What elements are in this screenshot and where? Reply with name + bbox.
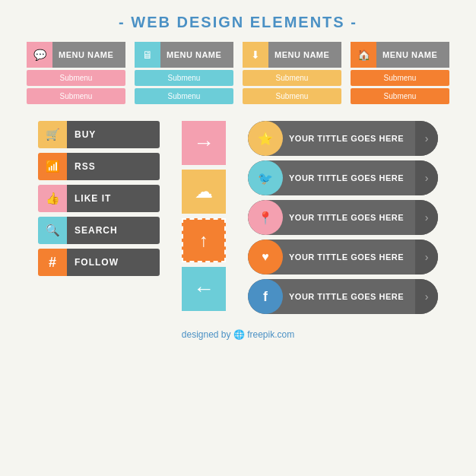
nav-item-4[interactable]: 🏠 MENU NAME Submenu Submenu (351, 42, 449, 104)
cart-icon: 🛒 (38, 121, 67, 148)
title-text-5: YOUR TITTLE GOES HERE (283, 292, 415, 301)
arrow-cloud[interactable]: ☁ (182, 170, 226, 214)
nav-sub-4b[interactable]: Submenu (351, 88, 449, 104)
nav-label-3: MENU NAME (268, 42, 341, 68)
nav-sub-3a[interactable]: Submenu (243, 70, 341, 86)
nav-section: 💬 MENU NAME Submenu Submenu 🖥 MENU NAME … (0, 42, 476, 104)
rss-label: RSS (67, 153, 160, 180)
facebook-icon: f (248, 279, 283, 314)
chevron-icon-5: › (415, 279, 438, 314)
title-btn-4[interactable]: ♥ YOUR TITTLE GOES HERE › (248, 240, 438, 274)
footer-text: designed by (182, 329, 231, 340)
search-label: SEARCH (67, 217, 160, 244)
chevron-icon-3: › (415, 200, 438, 235)
title-btn-2[interactable]: 🐦 YOUR TITTLE GOES HERE › (248, 160, 438, 195)
nav-label-4: MENU NAME (376, 42, 449, 68)
title-btn-1[interactable]: ⭐ YOUR TITTLE GOES HERE › (248, 121, 438, 156)
title-btn-5[interactable]: f YOUR TITTLE GOES HERE › (248, 279, 438, 314)
action-buttons-group: 🛒 BUY 📶 RSS 👍 LIKE IT 🔍 SEARCH # FOLLOW (38, 121, 160, 314)
likeit-button[interactable]: 👍 LIKE IT (38, 185, 160, 212)
footer: designed by 🌐 freepik.com (0, 329, 476, 340)
title-btn-3[interactable]: 📍 YOUR TITTLE GOES HERE › (248, 200, 438, 235)
heart-icon: ♥ (248, 240, 283, 274)
arrow-up[interactable]: ↑ (182, 218, 226, 262)
nav-item-1[interactable]: 💬 MENU NAME Submenu Submenu (27, 42, 125, 104)
footer-brand: 🌐 freepik.com (233, 329, 294, 340)
twitter-icon: 🐦 (248, 160, 283, 195)
nav-sub-1a[interactable]: Submenu (27, 70, 125, 86)
nav-item-2[interactable]: 🖥 MENU NAME Submenu Submenu (135, 42, 233, 104)
nav-icon-4: 🏠 (351, 42, 376, 68)
nav-label-1: MENU NAME (52, 42, 125, 68)
hashtag-icon: # (38, 249, 67, 276)
rss-icon: 📶 (38, 153, 67, 180)
page-title: - WEB DESIGN ELEMENTS - (0, 0, 476, 42)
nav-item-3[interactable]: ⬇ MENU NAME Submenu Submenu (243, 42, 341, 104)
buy-label: BUY (67, 121, 160, 148)
nav-sub-3b[interactable]: Submenu (243, 88, 341, 104)
nav-sub-1b[interactable]: Submenu (27, 88, 125, 104)
buy-button[interactable]: 🛒 BUY (38, 121, 160, 148)
elements-section: 🛒 BUY 📶 RSS 👍 LIKE IT 🔍 SEARCH # FOLLOW … (0, 121, 476, 314)
likeit-label: LIKE IT (67, 185, 160, 212)
title-text-2: YOUR TITTLE GOES HERE (283, 173, 415, 182)
location-icon: 📍 (248, 200, 283, 235)
nav-icon-2: 🖥 (135, 42, 160, 68)
arrow-right[interactable]: → (182, 121, 226, 165)
rss-button[interactable]: 📶 RSS (38, 153, 160, 180)
title-buttons-group: ⭐ YOUR TITTLE GOES HERE › 🐦 YOUR TITTLE … (248, 121, 438, 314)
title-text-4: YOUR TITTLE GOES HERE (283, 252, 415, 262)
nav-label-2: MENU NAME (160, 42, 233, 68)
arrow-left[interactable]: ← (182, 267, 226, 311)
follow-label: FOLLOW (67, 249, 160, 276)
arrows-group: → ☁ ↑ ← (173, 121, 234, 314)
nav-sub-4a[interactable]: Submenu (351, 70, 449, 86)
search-button[interactable]: 🔍 SEARCH (38, 217, 160, 244)
nav-icon-1: 💬 (27, 42, 52, 68)
like-icon: 👍 (38, 185, 67, 212)
title-text-3: YOUR TITTLE GOES HERE (283, 213, 415, 222)
nav-sub-2a[interactable]: Submenu (135, 70, 233, 86)
chevron-icon-2: › (415, 160, 438, 195)
nav-icon-3: ⬇ (243, 42, 268, 68)
title-text-1: YOUR TITTLE GOES HERE (283, 134, 415, 143)
search-icon: 🔍 (38, 217, 67, 244)
chevron-icon-4: › (415, 240, 438, 274)
chevron-icon-1: › (415, 121, 438, 156)
nav-sub-2b[interactable]: Submenu (135, 88, 233, 104)
star-icon: ⭐ (248, 121, 283, 156)
follow-button[interactable]: # FOLLOW (38, 249, 160, 276)
